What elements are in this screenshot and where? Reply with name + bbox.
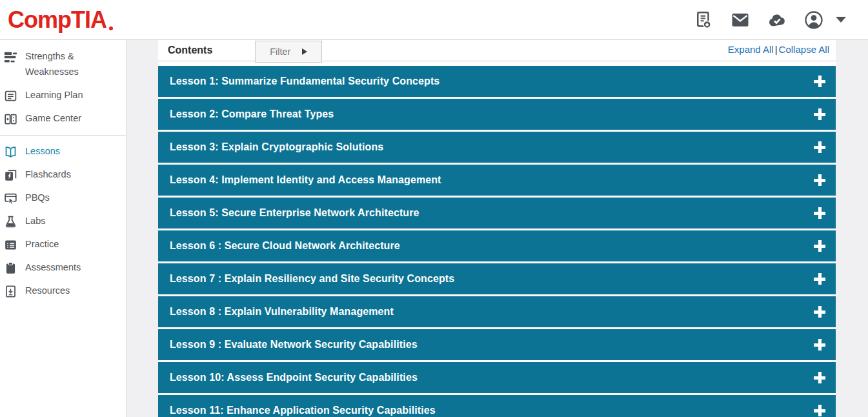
caret-down-icon[interactable]: [836, 17, 846, 23]
sidebar-item-label: Lessons: [25, 145, 60, 158]
lesson-title: Lesson 7 : Explain Resiliency and Site S…: [170, 273, 814, 285]
contents-toolbar: Contents Filter Expand All | Collapse Al…: [158, 40, 836, 61]
lessons-icon: [4, 145, 17, 159]
lesson-accordion-row[interactable]: Lesson 2: Compare Threat Types: [158, 99, 836, 130]
resources-icon: [4, 285, 17, 298]
caret-right-icon: [302, 48, 307, 55]
flashcards-icon: [4, 168, 17, 182]
lesson-accordion-row[interactable]: Lesson 8 : Explain Vulnerability Managem…: [158, 296, 836, 327]
sidebar-item-label: PBQs: [25, 191, 50, 205]
lesson-accordion-row[interactable]: Lesson 3: Explain Cryptographic Solution…: [158, 132, 836, 163]
labs-icon: [4, 215, 17, 229]
sidebar-item-label: Assessments: [25, 261, 81, 274]
lesson-accordion-row[interactable]: Lesson 1: Summarize Fundamental Security…: [158, 66, 836, 97]
sidebar-item-flashcards[interactable]: Flashcards: [0, 163, 126, 187]
lesson-title: Lesson 6 : Secure Cloud Network Architec…: [170, 240, 814, 252]
sidebar-item-labs[interactable]: Labs: [0, 210, 126, 233]
sidebar-item-assessments[interactable]: Assessments: [0, 256, 126, 280]
plus-icon[interactable]: [814, 405, 825, 416]
sidebar-item-label: Resources: [25, 284, 70, 298]
lesson-accordion-row[interactable]: Lesson 7 : Explain Resiliency and Site S…: [158, 263, 836, 294]
lessons-accordion: Lesson 1: Summarize Fundamental Security…: [158, 66, 836, 417]
lesson-accordion-row[interactable]: Lesson 11: Enhance Application Security …: [158, 395, 836, 417]
sidebar-item-game-center[interactable]: Game Center: [0, 107, 126, 130]
sidebar-item-label: Practice: [25, 238, 59, 251]
sidebar-item-label: Game Center: [25, 112, 81, 125]
filter-button[interactable]: Filter: [255, 41, 322, 63]
lesson-title: Lesson 1: Summarize Fundamental Security…: [170, 76, 814, 87]
plus-icon[interactable]: [814, 273, 825, 285]
sidebar-item-label: Strengths & Weaknesses: [25, 48, 121, 79]
expand-collapse-links: Expand All | Collapse All: [728, 44, 829, 55]
plus-icon[interactable]: [814, 339, 825, 351]
report-icon[interactable]: [694, 10, 713, 30]
plus-icon[interactable]: [814, 76, 825, 87]
lesson-accordion-row[interactable]: Lesson 5: Secure Enterprise Network Arch…: [158, 198, 836, 229]
page-body: Strengths & Weaknesses Learning Plan Gam…: [0, 40, 868, 417]
lesson-accordion-row[interactable]: Lesson 10: Assess Endpoint Security Capa…: [158, 362, 836, 393]
pbqs-icon: [4, 192, 17, 205]
collapse-all-link[interactable]: Collapse All: [779, 44, 829, 55]
lesson-title: Lesson 2: Compare Threat Types: [170, 108, 814, 120]
page-title: Contents: [168, 45, 212, 56]
sidebar-nav: Strengths & Weaknesses Learning Plan Gam…: [0, 40, 126, 417]
lesson-title: Lesson 4: Implement Identity and Access …: [170, 174, 814, 186]
lesson-accordion-row[interactable]: Lesson 4: Implement Identity and Access …: [158, 165, 836, 196]
lesson-title: Lesson 8 : Explain Vulnerability Managem…: [170, 306, 814, 318]
strengths-weaknesses-icon: [4, 50, 17, 64]
content-gutter: [126, 40, 158, 417]
lesson-title: Lesson 11: Enhance Application Security …: [170, 405, 814, 416]
plus-icon[interactable]: [814, 108, 825, 120]
plus-icon[interactable]: [814, 306, 825, 318]
contents-panel: Contents Filter Expand All | Collapse Al…: [158, 40, 836, 417]
lesson-accordion-row[interactable]: Lesson 9 : Evaluate Network Security Cap…: [158, 329, 836, 360]
mail-icon[interactable]: [731, 10, 750, 30]
lesson-title: Lesson 3: Explain Cryptographic Solution…: [170, 141, 814, 153]
account-icon[interactable]: [804, 10, 823, 30]
assessments-icon: [4, 261, 17, 275]
sidebar-item-strengths-weaknesses[interactable]: Strengths & Weaknesses: [0, 45, 126, 84]
plus-icon[interactable]: [814, 174, 825, 186]
registered-mark: [109, 26, 113, 30]
plus-icon[interactable]: [814, 207, 825, 219]
lesson-title: Lesson 9 : Evaluate Network Security Cap…: [170, 339, 814, 351]
filter-label: Filter: [270, 46, 290, 57]
sidebar-item-label: Flashcards: [25, 168, 71, 181]
lesson-title: Lesson 5: Secure Enterprise Network Arch…: [170, 207, 814, 219]
lesson-accordion-row[interactable]: Lesson 6 : Secure Cloud Network Architec…: [158, 230, 836, 261]
sidebar-item-practice[interactable]: Practice: [0, 233, 126, 256]
plus-icon[interactable]: [814, 240, 825, 252]
lesson-title: Lesson 10: Assess Endpoint Security Capa…: [170, 372, 814, 383]
sidebar-item-resources[interactable]: Resources: [0, 280, 126, 303]
practice-icon: [4, 238, 17, 252]
expand-all-link[interactable]: Expand All: [728, 44, 774, 55]
game-center-icon: [4, 112, 17, 126]
sidebar-item-pbqs[interactable]: PBQs: [0, 187, 126, 210]
link-separator: |: [775, 44, 778, 55]
sidebar-divider: [0, 135, 126, 136]
sidebar-item-label: Learning Plan: [25, 88, 83, 102]
sidebar-item-learning-plan[interactable]: Learning Plan: [0, 84, 126, 107]
main-content: Contents Filter Expand All | Collapse Al…: [158, 40, 868, 417]
sidebar-item-label: Labs: [25, 214, 45, 228]
comptia-logo[interactable]: CompTIA: [8, 8, 113, 32]
cloud-check-icon[interactable]: [767, 10, 787, 30]
header-icon-group: [694, 10, 846, 30]
plus-icon[interactable]: [814, 372, 825, 383]
plus-icon[interactable]: [814, 141, 825, 153]
app-header: CompTIA: [0, 0, 868, 40]
sidebar-item-lessons[interactable]: Lessons: [0, 140, 126, 163]
logo-text: CompTIA: [8, 6, 106, 33]
learning-plan-icon: [4, 89, 17, 103]
